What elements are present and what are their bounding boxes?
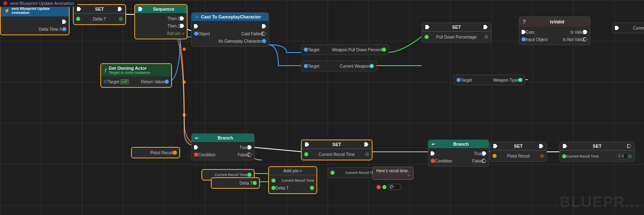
add-pin-sequence[interactable]: Add pin + [135, 30, 187, 37]
add-header: Add pin + [269, 167, 316, 175]
set-delta-title: SET [83, 7, 116, 11]
get-owning-actor-node: ƒ Get Owning Actor Target is Anim Instan… [100, 63, 172, 88]
owning-target-label: Target [108, 80, 119, 84]
set-delta-node: SET Delta T [73, 4, 126, 25]
set-pd-exec-out[interactable] [484, 25, 488, 29]
sequence-title: Sequence [144, 7, 183, 11]
add-delta-row: Delta T [269, 184, 316, 192]
pulldown-percent-pin[interactable] [382, 48, 386, 52]
then1-label: Then 1 [167, 24, 180, 28]
set-pulldown-header: SET [422, 23, 491, 32]
add-delta-pin[interactable] [271, 186, 276, 190]
b1-false-pin[interactable] [248, 153, 252, 157]
sr-in-pin[interactable] [304, 152, 308, 156]
return-value-pin[interactable] [165, 80, 169, 84]
set-pd-out-pin[interactable] [484, 35, 488, 39]
recoil-value-input[interactable]: Ø↑ [388, 184, 400, 190]
crr-label: Current Recoil Time [215, 173, 247, 177]
is-valid-header: ? IsValid [519, 17, 590, 27]
b2-cond-pin[interactable] [431, 159, 435, 163]
set-pd-title: SET [431, 25, 482, 30]
branch1-exec-row: True [192, 144, 254, 151]
recoil-red-pin[interactable] [377, 185, 381, 189]
branch2-exec-row: True [428, 150, 489, 157]
sr-pin-row: Current Recoil Time [302, 151, 372, 158]
iv-is-valid-pin[interactable] [583, 30, 588, 34]
iv-exec-in[interactable] [522, 30, 526, 34]
add-result-pin[interactable] [310, 186, 314, 190]
title-bar: vent Blueprint Update Animation [0, 0, 77, 7]
sequence-exec-in[interactable] [138, 7, 142, 11]
owning-target-pin[interactable] [104, 80, 108, 84]
set-pd-exec-in[interactable] [425, 25, 429, 29]
iv-input-label: Input Object [526, 37, 548, 42]
close-button[interactable] [3, 1, 7, 5]
b1-cond-pin[interactable] [194, 153, 198, 157]
recoil-green-pin[interactable] [382, 185, 386, 189]
pistol-recoil-pin[interactable] [173, 151, 177, 155]
curr-weap-target-row: Target Current Weapon [301, 62, 376, 70]
delta-t-in-pin[interactable] [76, 17, 80, 21]
sp-exec-in[interactable] [493, 144, 497, 148]
cast-exec-in[interactable] [194, 24, 198, 28]
add-curr-pin[interactable] [271, 178, 276, 183]
delta-time-pin[interactable] [62, 27, 66, 31]
cast-object-in[interactable] [194, 32, 198, 36]
sequence-node: Sequence Then 0 Then 1 Add pin + [134, 4, 188, 39]
pulldown-target-in[interactable] [304, 48, 308, 52]
cast-to-gameplay-node: ↔ Cast To GameplayCharacter Object Cast … [191, 12, 269, 47]
close-tooltip-icon[interactable]: × [407, 173, 410, 178]
dtr-label: Delta T [240, 181, 253, 185]
then0-row: Then 0 [135, 15, 187, 22]
sr2-in-pin[interactable] [562, 154, 566, 158]
title-label: vent Blueprint Update Animation [10, 1, 74, 6]
set-delta-exec-in[interactable] [77, 7, 81, 11]
sr-exec-in[interactable] [305, 142, 309, 146]
sr-out-pin[interactable] [365, 152, 369, 156]
curr-weap-pin[interactable] [370, 64, 374, 68]
dtr-pin[interactable] [253, 181, 257, 185]
exec-out-pin[interactable] [62, 20, 66, 24]
b2-true-pin[interactable] [482, 151, 486, 156]
delta-t-out-pin[interactable] [119, 17, 123, 21]
then0-pin[interactable] [180, 16, 184, 21]
is-valid-icon: ? [522, 18, 526, 25]
weap-type-pin[interactable] [518, 78, 522, 82]
sr2-label: Current Recoil Time [566, 154, 599, 158]
sr2-exec-out[interactable] [627, 144, 631, 148]
b2-exec-in[interactable] [431, 151, 435, 156]
sp-exec-out[interactable] [539, 144, 543, 148]
cast-exec-row [192, 23, 269, 30]
sr2-value-input[interactable]: 0.0 [617, 153, 628, 159]
is-valid-node: ? IsValid Exec Is Valid Input Object Is … [519, 16, 590, 45]
sr2-exec-in[interactable] [563, 144, 567, 148]
is-valid-title: IsValid [528, 19, 587, 24]
cast-failed-pin[interactable] [262, 32, 266, 36]
crr-pin[interactable] [247, 173, 251, 177]
event-node-title: vent Blueprint Update Animation [11, 7, 66, 15]
weapon-pulldown-node: Target Weapon Pull Down Percent [301, 44, 389, 55]
sp-out-pin[interactable] [540, 154, 544, 158]
current-weapon-right-node: Current Weap [612, 23, 644, 33]
sr-exec-out[interactable] [364, 142, 368, 146]
iv-input-in[interactable] [522, 37, 526, 41]
cast-exec-out[interactable] [262, 24, 266, 28]
as-gameplay-pin[interactable] [262, 39, 266, 43]
sp-in-pin[interactable] [493, 154, 497, 158]
cwr-exec-in[interactable] [615, 26, 619, 30]
set-delta-exec-out[interactable] [118, 7, 122, 11]
function-icon: ƒ [104, 68, 107, 73]
sr2-out-pin[interactable] [628, 154, 632, 158]
b2-false-pin[interactable] [482, 159, 486, 163]
event-exec-row [1, 18, 69, 25]
weap-type-target-in[interactable] [456, 78, 461, 82]
curr-weap-target-in[interactable] [304, 64, 308, 68]
iv-not-valid-pin[interactable] [583, 37, 588, 41]
set-pd-in-pin[interactable] [425, 35, 429, 39]
cwr-row: Current Weap [612, 24, 644, 32]
b1-true-pin[interactable] [248, 145, 252, 149]
then1-pin[interactable] [180, 24, 184, 28]
b1-exec-in[interactable] [194, 145, 198, 149]
cro-pin-in[interactable] [330, 171, 334, 175]
iv-exec-label: Exec [526, 30, 535, 34]
